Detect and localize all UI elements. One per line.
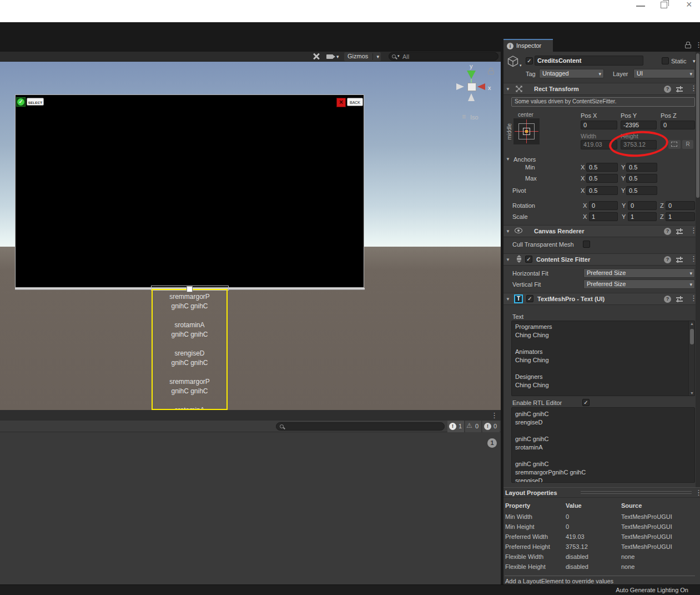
foldout-icon[interactable]: ▼ — [506, 87, 510, 92]
back-button-label: BACK — [350, 101, 360, 104]
rect-handle[interactable] — [187, 286, 193, 292]
foldout-icon[interactable]: ▼ — [506, 297, 510, 302]
axis-left-cone[interactable] — [456, 83, 464, 90]
textmeshpro-checkbox[interactable]: ✓ — [526, 295, 533, 302]
credits-rect-outline[interactable]: sremmargorP gnihC gnihC srotaminA gnihC … — [152, 289, 228, 410]
blueprint-mode-button[interactable] — [668, 140, 681, 149]
console-error-toggle[interactable]: ! 0 — [482, 421, 500, 432]
scale-z-field[interactable]: 1 — [666, 212, 695, 221]
help-icon[interactable]: ? — [664, 228, 671, 235]
inspector-tabstrip: i Inspector ⋮ — [503, 39, 700, 52]
axis-center-cube[interactable] — [467, 83, 476, 91]
help-icon[interactable]: ? — [664, 256, 671, 263]
rotation-z-field[interactable]: 0 — [666, 201, 695, 210]
inspector-scrollbar[interactable] — [696, 52, 700, 487]
layout-properties-footer: Add a LayoutElement to override values — [505, 578, 613, 584]
anchor-preset-widget[interactable] — [513, 118, 540, 144]
rotation-x-field[interactable]: 0 — [589, 201, 618, 210]
lock-icon[interactable] — [685, 42, 691, 49]
gameobject-name-field[interactable]: CreditsContent — [535, 56, 643, 66]
anchors-max-y-field[interactable]: 0.5 — [626, 174, 657, 183]
console-warning-toggle[interactable]: ⚠ 0 — [465, 421, 482, 432]
axis-x-cone[interactable] — [477, 83, 485, 90]
cull-transparent-mesh-checkbox[interactable] — [583, 241, 590, 248]
presets-icon[interactable] — [676, 228, 683, 234]
scroll-up-icon[interactable]: ▲ — [690, 322, 694, 326]
static-label: Static — [671, 57, 687, 65]
chevron-down-icon[interactable]: ▾ — [693, 58, 696, 64]
scene-search-input[interactable]: ▾ All — [389, 52, 498, 61]
restore-icon[interactable] — [661, 2, 667, 8]
console-info-toggle[interactable]: ! 1 — [447, 421, 465, 432]
horizontal-fit-dropdown[interactable]: Preferred Size ▾ — [583, 268, 695, 278]
text-area[interactable]: Programmers Ching Ching Animators Ching … — [511, 321, 695, 396]
presets-icon[interactable] — [676, 257, 683, 263]
search-filter-caret-icon: ▾ — [397, 54, 400, 58]
active-checkbox[interactable]: ✓ — [526, 57, 533, 64]
axis-bottom-cone[interactable] — [468, 93, 475, 101]
presets-icon[interactable] — [676, 296, 683, 302]
vertical-fit-dropdown[interactable]: Preferred Size ▾ — [583, 279, 695, 289]
axis-y-cone[interactable] — [467, 71, 476, 79]
tools-icon[interactable] — [312, 52, 321, 61]
scrollbar-thumb[interactable] — [696, 53, 699, 198]
console-content[interactable]: 1 — [0, 432, 501, 584]
raw-edit-button[interactable]: R — [682, 140, 693, 149]
lock-icon[interactable] — [488, 68, 494, 75]
minimize-icon[interactable] — [636, 6, 645, 7]
tag-label: Tag — [526, 70, 536, 78]
scene-canvas[interactable]: ✓ SELECT × BACK y x ≡ Iso sremmargorP gn… — [0, 62, 501, 410]
layer-dropdown[interactable]: UI ▾ — [633, 69, 695, 78]
kebab-menu-icon[interactable]: ⋮ — [491, 412, 498, 419]
iso-lines-icon[interactable]: ≡ — [462, 113, 466, 121]
table-row: 419.03 — [566, 533, 585, 540]
anchors-min-x-field[interactable]: 0.5 — [586, 163, 618, 172]
anchors-min-y-field[interactable]: 0.5 — [626, 163, 657, 172]
help-icon[interactable]: ? — [664, 296, 671, 303]
back-button[interactable]: BACK — [347, 98, 363, 106]
foldout-icon[interactable]: ▼ — [506, 257, 510, 262]
layout-properties-header[interactable]: Layout Properties ⋮ — [503, 487, 700, 498]
help-icon[interactable]: ? — [664, 86, 671, 93]
content-size-fitter-checkbox[interactable]: ✓ — [525, 256, 532, 263]
foldout-icon[interactable]: ▼ — [506, 157, 510, 162]
presets-icon[interactable] — [676, 86, 683, 92]
pivot-x-field[interactable]: 0.5 — [586, 186, 618, 195]
tag-dropdown[interactable]: Untagged ▾ — [539, 69, 604, 78]
kebab-menu-icon[interactable]: ⋮ — [695, 489, 700, 496]
iso-label[interactable]: Iso — [470, 113, 479, 121]
table-row: disabled — [566, 563, 588, 570]
vertical-fit-label: Vertical Fit — [512, 281, 541, 288]
rtl-text-area[interactable]: gnihC gnihC srengiseD gnihC gnihC srotam… — [511, 407, 695, 483]
foldout-icon[interactable]: ▼ — [506, 229, 510, 234]
static-checkbox[interactable] — [662, 57, 669, 64]
credits-preview-text: sremmargorP gnihC gnihC srotaminA gnihC … — [153, 292, 226, 410]
scroll-down-icon[interactable]: ▼ — [690, 391, 694, 395]
select-button[interactable]: SELECT — [27, 98, 44, 106]
layout-properties-title: Layout Properties — [505, 489, 557, 497]
enable-rtl-editor-checkbox[interactable]: ✓ — [582, 399, 590, 406]
y-label: Y — [621, 174, 625, 182]
table-row: none — [621, 563, 634, 570]
gizmos-dropdown[interactable]: Gizmos ▾ — [344, 52, 381, 61]
anchor-vertical-label: middle — [506, 123, 513, 139]
anchors-max-x-field[interactable]: 0.5 — [586, 174, 618, 183]
scale-x-field[interactable]: 1 — [589, 212, 618, 221]
chevron-down-icon[interactable]: ▾ — [520, 63, 522, 68]
pos-y-field[interactable]: -2395 — [621, 121, 657, 129]
pivot-y-field[interactable]: 0.5 — [626, 186, 657, 195]
text-area-scrollbar[interactable]: ▲ ▼ — [688, 321, 695, 396]
scrollbar-thumb[interactable] — [690, 329, 694, 344]
close-icon[interactable]: × — [686, 0, 692, 11]
drag-handle-lines[interactable] — [581, 491, 692, 494]
pos-x-label: Pos X — [581, 112, 597, 119]
console-search-input[interactable] — [276, 422, 445, 431]
tab-inspector[interactable]: i Inspector — [503, 39, 553, 52]
camera-button[interactable]: ▾ — [325, 52, 341, 61]
rotation-y-field[interactable]: 0 — [628, 201, 657, 210]
pos-x-field[interactable]: 0 — [581, 121, 617, 129]
pos-z-field[interactable]: 0 — [661, 121, 695, 129]
z-label: Z — [660, 202, 664, 209]
scale-y-field[interactable]: 1 — [628, 212, 657, 221]
kebab-menu-icon[interactable]: ⋮ — [695, 41, 700, 48]
